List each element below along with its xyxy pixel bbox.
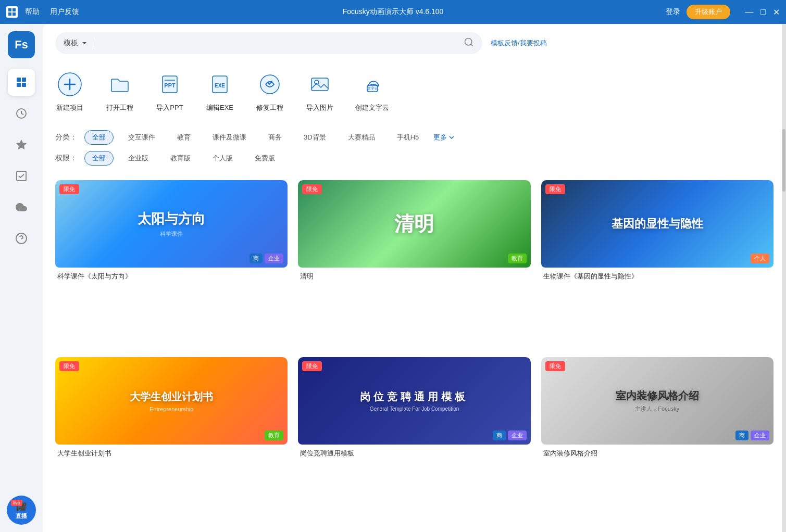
open-project-icon (105, 70, 134, 99)
svg-rect-1 (13, 8, 16, 11)
menu-help[interactable]: 帮助 (25, 7, 40, 17)
filter-category-all[interactable]: 全部 (84, 130, 114, 145)
sidebar-item-help[interactable] (8, 225, 35, 252)
template-feedback-link[interactable]: 模板反馈/我要投稿 (491, 39, 547, 48)
sidebar-item-tasks[interactable] (8, 162, 35, 189)
permission-filter-label: 权限： (55, 154, 77, 163)
template-card-6[interactable]: 限免 室内装修风格介绍 主讲人：Focusky 商 企业 室内装修风格介绍 (541, 357, 773, 524)
template-sub-text-5: General Template For Job Competition (370, 406, 459, 412)
import-ppt-button[interactable]: PPT 导入PPT (155, 70, 184, 112)
search-category-dropdown[interactable]: 模板 (64, 39, 94, 48)
template-tag-shang-5: 商 (493, 430, 506, 440)
main-content: 模板 模板反馈/我要投稿 (43, 24, 786, 532)
template-title-1: 科学课件《太阳与方向》 (55, 268, 288, 281)
template-card-3[interactable]: 限免 基因的显性与隐性 个人 生物课件《基因的显性与隐性》 (541, 180, 773, 347)
template-tag-jiaoyu-2: 教育 (508, 254, 527, 263)
template-tag-geren-3: 个人 (751, 254, 769, 263)
sidebar-logo: Fs (8, 31, 35, 58)
open-project-label: 打开工程 (106, 103, 133, 112)
template-card-2[interactable]: 限免 清明 教育 清明 (298, 180, 530, 347)
import-ppt-icon: PPT (155, 70, 184, 99)
filter-category-mobile[interactable]: 手机H5 (390, 131, 427, 144)
filter-category-courseware[interactable]: 课件及微课 (205, 131, 254, 144)
create-wordcloud-icon: 文字云 (358, 70, 387, 99)
import-ppt-label: 导入PPT (156, 103, 183, 112)
edit-exe-button[interactable]: EXE 编辑EXE (205, 70, 234, 112)
svg-text:EXE: EXE (215, 83, 225, 88)
svg-rect-7 (22, 83, 26, 87)
filter-perm-all[interactable]: 全部 (84, 151, 114, 166)
filter-category-interactive[interactable]: 交互课件 (121, 131, 163, 144)
template-main-text-3: 基因的显性与隐性 (612, 216, 703, 232)
create-wordcloud-label: 创建文字云 (355, 103, 389, 112)
search-category-label: 模板 (64, 39, 78, 48)
repair-project-button[interactable]: 修复工程 (255, 70, 284, 112)
filter-perm-free[interactable]: 免费版 (247, 151, 282, 165)
template-overlay-2: 清明 (298, 180, 530, 268)
template-tags-1: 商 企业 (249, 254, 283, 263)
template-badge-4: 限免 (59, 361, 79, 371)
svg-rect-4 (17, 78, 21, 82)
minimize-button[interactable]: — (745, 7, 753, 17)
sidebar-item-home[interactable] (8, 69, 35, 96)
template-card-5[interactable]: 限免 岗位竞聘通用模板 General Template For Job Com… (298, 357, 530, 524)
sidebar-item-recent[interactable] (8, 100, 35, 127)
new-project-label: 新建项目 (56, 103, 83, 112)
filter-category-business[interactable]: 商务 (261, 131, 289, 144)
template-main-text-4: 大学生创业计划书 (130, 390, 213, 404)
template-card-4[interactable]: 限免 大学生创业计划书 Entrepreneurship 教育 大学生创业计划书 (55, 357, 288, 524)
filter-perm-enterprise[interactable]: 企业版 (121, 151, 156, 165)
category-filter-label: 分类： (55, 133, 77, 142)
import-image-label: 导入图片 (306, 103, 333, 112)
filter-category-3d[interactable]: 3D背景 (296, 131, 333, 144)
menu-bar: 帮助 用户反馈 (25, 7, 79, 17)
template-tags-3: 个人 (751, 254, 769, 263)
template-sub-text-6: 主讲人：Focusky (635, 405, 679, 413)
template-tags-6: 商 企业 (735, 430, 769, 440)
title-bar: 帮助 用户反馈 Focusky动画演示大师 v4.6.100 登录 升级账户 —… (0, 0, 786, 24)
close-button[interactable]: ✕ (773, 7, 780, 17)
svg-rect-2 (8, 12, 11, 16)
restore-button[interactable]: □ (760, 7, 766, 17)
template-thumbnail-4: 限免 大学生创业计划书 Entrepreneurship 教育 (55, 357, 288, 445)
sidebar-item-favorites[interactable] (8, 131, 35, 158)
template-thumbnail-3: 限免 基因的显性与隐性 个人 (541, 180, 773, 268)
scrollbar-thumb[interactable] (782, 129, 785, 192)
repair-project-label: 修复工程 (256, 103, 283, 112)
template-main-text-1: 太阳与方向 (138, 210, 205, 228)
new-project-button[interactable]: 新建项目 (55, 70, 84, 112)
import-image-button[interactable]: 导入图片 (305, 70, 334, 112)
template-main-text-6: 室内装修风格介绍 (616, 389, 699, 403)
live-button[interactable]: live 🎥 直播 (7, 496, 36, 525)
search-bar: 模板 (55, 32, 482, 54)
svg-line-14 (471, 44, 473, 46)
login-button[interactable]: 登录 (666, 7, 680, 17)
sidebar-item-cloud[interactable] (8, 194, 35, 221)
filter-more-button[interactable]: 更多 (433, 133, 455, 142)
sidebar: Fs (0, 24, 43, 532)
svg-text:文字云: 文字云 (367, 86, 378, 90)
upgrade-button[interactable]: 升级账户 (687, 5, 730, 19)
window-controls: — □ ✕ (745, 7, 780, 17)
create-wordcloud-button[interactable]: 文字云 创建文字云 (355, 70, 389, 112)
template-title-6: 室内装修风格介绍 (541, 445, 773, 458)
menu-feedback[interactable]: 用户反馈 (50, 7, 79, 17)
template-tags-5: 商 企业 (493, 430, 527, 440)
import-image-icon (305, 70, 334, 99)
template-badge-6: 限免 (545, 361, 565, 371)
search-input[interactable] (94, 39, 464, 47)
template-sub-text-4: Entrepreneurship (149, 406, 193, 412)
filter-category-contest[interactable]: 大赛精品 (341, 131, 382, 144)
template-thumbnail-5: 限免 岗位竞聘通用模板 General Template For Job Com… (298, 357, 530, 445)
filter-perm-education[interactable]: 教育版 (163, 151, 198, 165)
template-title-2: 清明 (298, 268, 530, 281)
search-icon[interactable] (464, 37, 474, 50)
template-tags-4: 教育 (265, 430, 283, 440)
filter-category-education[interactable]: 教育 (170, 131, 198, 144)
template-grid: 限免 太阳与方向 科学课件 商 企业 科学课件《太阳与方向》 限免 (55, 180, 773, 524)
filter-perm-personal[interactable]: 个人版 (205, 151, 240, 165)
template-card-1[interactable]: 限免 太阳与方向 科学课件 商 企业 科学课件《太阳与方向》 (55, 180, 288, 347)
template-badge-2: 限免 (302, 184, 322, 194)
template-tag-shang-1: 商 (249, 254, 263, 263)
open-project-button[interactable]: 打开工程 (105, 70, 134, 112)
